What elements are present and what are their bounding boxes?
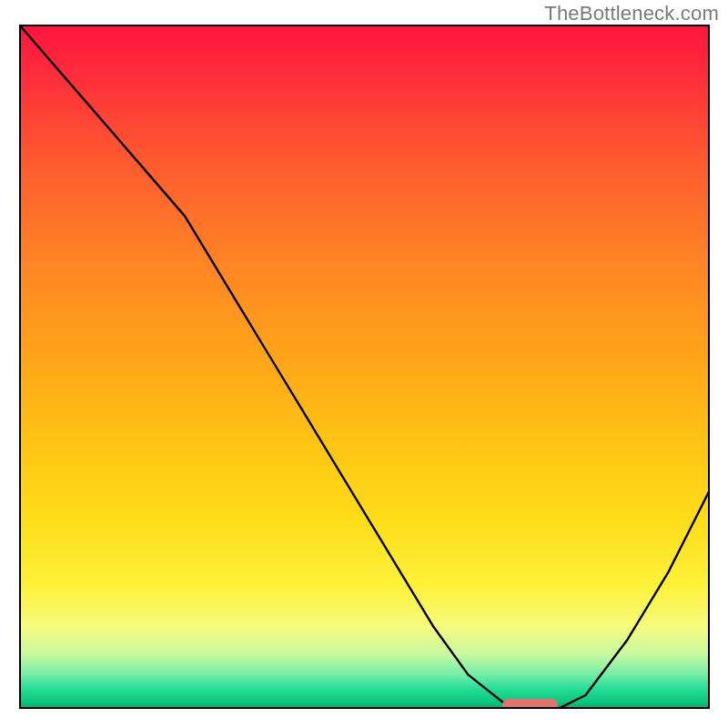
optimum-marker xyxy=(502,699,558,709)
curve-path xyxy=(19,25,710,709)
watermark-text: TheBottleneck.com xyxy=(544,2,719,25)
plot-area xyxy=(19,25,710,709)
curve-svg xyxy=(19,25,710,709)
chart-container: TheBottleneck.com xyxy=(0,0,728,728)
